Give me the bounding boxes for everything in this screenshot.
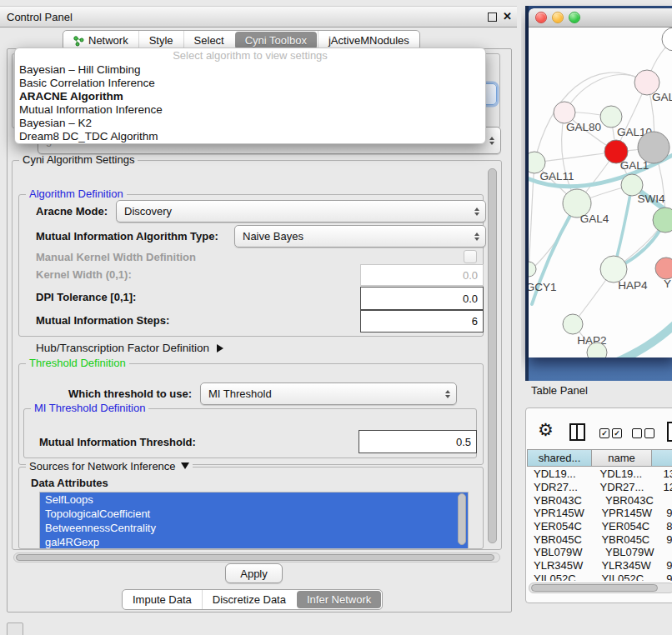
column-header-shared[interactable]: shared...: [527, 449, 592, 467]
mi-steps-field[interactable]: 6: [360, 310, 484, 332]
sources-title-wrap[interactable]: Sources for Network Inference: [26, 460, 193, 472]
algorithm-option[interactable]: Mutual Information Inference: [15, 103, 485, 117]
algorithm-definition-title: Algorithm Definition: [26, 188, 127, 200]
network-node-label: SWI4: [637, 192, 664, 205]
control-panel-title: Control Panel: [7, 11, 73, 23]
table-horizontal-scrollbar[interactable]: [529, 582, 672, 593]
algorithm-option[interactable]: ARACNE Algorithm: [15, 90, 485, 103]
minimize-window-icon[interactable]: [552, 12, 564, 23]
algorithm-option[interactable]: Bayesian – K2: [15, 117, 485, 130]
settings-vertical-scrollbar[interactable]: [488, 168, 497, 543]
network-node-label: HAP4: [618, 279, 648, 292]
network-edge: [534, 152, 616, 162]
network-node-label: GCY1: [529, 281, 556, 293]
network-node[interactable]: [662, 28, 672, 51]
kernel-width-field[interactable]: 0.0: [360, 264, 484, 286]
sources-title: Sources for Network Inference: [29, 460, 176, 472]
table-rows: YDL19... YDL19... 13 YDR27... YDR27... 1…: [527, 468, 672, 581]
apply-button[interactable]: Apply: [225, 563, 283, 583]
mi-threshold-label: Mutual Information Threshold:: [39, 436, 196, 448]
tab-discretize-data[interactable]: Discretize Data: [202, 590, 296, 609]
tab-impute-data[interactable]: Impute Data: [123, 590, 202, 609]
settings-horizontal-scrollbar[interactable]: [13, 552, 500, 562]
network-window[interactable]: GALGAL80GAL10GAL1GAL11SWI4GAL4GCY1HAP4YH…: [529, 8, 672, 358]
algorithm-placeholder: Select algorithm to view settings: [15, 48, 485, 63]
tab-network-label: Network: [88, 34, 128, 47]
network-node[interactable]: [655, 258, 672, 279]
algorithm-dropdown-popup: Select algorithm to view settings Bayesi…: [14, 48, 486, 144]
network-node[interactable]: [529, 262, 536, 277]
network-node-label: GAL4: [580, 212, 609, 225]
expand-right-icon: [217, 344, 223, 352]
manual-kernel-label: Manual Kernel Width Definition: [36, 251, 196, 263]
algorithm-option[interactable]: Bayesian – Hill Climbing: [15, 63, 485, 77]
network-window-titlebar[interactable]: [529, 8, 672, 28]
aracne-mode-label: Aracne Mode:: [36, 205, 108, 218]
network-node[interactable]: [600, 106, 622, 128]
table-header: shared... name: [527, 449, 672, 467]
attributes-scrollbar[interactable]: [458, 493, 466, 545]
table-row[interactable]: YBR043C YBR043C: [527, 493, 672, 507]
table-panel-title: Table Panel: [531, 384, 588, 397]
which-threshold-combo[interactable]: MI Threshold: [200, 382, 457, 405]
network-node-label: GAL: [652, 91, 672, 103]
column-header-name[interactable]: name: [592, 449, 652, 467]
right-region: GALGAL80GAL10GAL1GAL11SWI4GAL4GCY1HAP4YH…: [521, 0, 672, 635]
column-layout-icon[interactable]: [569, 423, 585, 441]
network-canvas[interactable]: GALGAL80GAL10GAL1GAL11SWI4GAL4GCY1HAP4YH…: [529, 28, 672, 358]
table-row[interactable]: YBL079W YBL079W: [527, 546, 672, 559]
show-columns-icon[interactable]: ✓✓: [599, 428, 622, 438]
export-table-icon[interactable]: [667, 422, 672, 442]
screen: { "colors":{"selection_blue":"#3b6ed5","…: [0, 0, 672, 635]
network-node-label: GAL11: [539, 170, 574, 182]
attribute-item[interactable]: gal4RGexp: [40, 535, 468, 549]
close-panel-icon[interactable]: ✕: [503, 10, 512, 22]
zoom-window-icon[interactable]: [569, 12, 580, 23]
tab-cyni-toolbox[interactable]: Cyni Toolbox: [235, 32, 317, 49]
stepper-arrows-icon: [474, 232, 479, 241]
hide-columns-icon[interactable]: [632, 428, 654, 438]
control-panel-titlebar: Control Panel ✕: [0, 6, 517, 28]
table-row[interactable]: YDL19... YDL19... 13: [527, 468, 672, 481]
data-attributes-list[interactable]: SelfLoopsTopologicalCoefficientBetweenne…: [39, 492, 469, 549]
column-header-3[interactable]: [652, 449, 672, 467]
mi-threshold-field[interactable]: 0.5: [359, 430, 477, 453]
network-icon: [73, 35, 84, 47]
mi-type-label: Mutual Information Algorithm Type:: [36, 230, 218, 242]
table-row[interactable]: YLR345W YLR345W 9.: [527, 559, 672, 572]
attribute-item[interactable]: BetweennessCentrality: [40, 521, 468, 535]
table-row[interactable]: YBR045C YBR045C 9.: [527, 532, 672, 546]
hub-expander[interactable]: Hub/Transcription Factor Definition: [36, 342, 223, 354]
network-node[interactable]: [563, 314, 583, 334]
mi-type-combo[interactable]: Naive Bayes: [234, 225, 486, 248]
table-row[interactable]: YIL052C YIL052C 9.: [527, 572, 672, 582]
close-window-icon[interactable]: [535, 12, 547, 23]
dpi-tolerance-field[interactable]: 0.0: [360, 287, 484, 310]
cyni-algorithm-settings-title: Cyni Algorithm Settings: [19, 153, 138, 166]
network-svg: GALGAL80GAL10GAL1GAL11SWI4GAL4GCY1HAP4YH…: [529, 28, 672, 358]
attribute-item[interactable]: SelfLoops: [40, 492, 468, 507]
dpi-tolerance-label: DPI Tolerance [0,1]:: [36, 291, 136, 303]
algorithm-option[interactable]: Basic Correlation Inference: [15, 77, 485, 90]
manual-kernel-checkbox[interactable]: [464, 250, 477, 263]
network-view-frame[interactable]: GALGAL80GAL10GAL1GAL11SWI4GAL4GCY1HAP4YH…: [525, 6, 672, 381]
algorithm-option[interactable]: Dream8 DC_TDC Algorithm: [15, 130, 485, 143]
table-row[interactable]: YPR145W YPR145W 9.: [527, 507, 672, 520]
network-node[interactable]: [653, 208, 672, 232]
mi-steps-label: Mutual Information Steps:: [36, 314, 169, 327]
data-attributes-label: Data Attributes: [31, 477, 108, 489]
aracne-mode-combo[interactable]: Discovery: [116, 200, 486, 222]
network-node-label: Y: [664, 278, 671, 290]
float-window-icon[interactable]: [488, 12, 497, 22]
threshold-definition-title: Threshold Definition: [26, 357, 129, 369]
tab-infer-network[interactable]: Infer Network: [297, 591, 381, 608]
stepper-arrows-icon: [445, 390, 450, 398]
table-row[interactable]: YDR27... YDR27... 12: [527, 481, 672, 494]
network-edge: [534, 72, 647, 162]
table-row[interactable]: YER054C YER054C 8.: [527, 520, 672, 533]
bottom-tabs: Impute Data Discretize Data Infer Networ…: [122, 589, 383, 610]
collapsed-panel-handle[interactable]: [7, 622, 23, 635]
hub-expander-label: Hub/Transcription Factor Definition: [36, 342, 209, 354]
gear-icon[interactable]: ⚙: [538, 421, 554, 438]
attribute-item[interactable]: TopologicalCoefficient: [40, 507, 468, 521]
